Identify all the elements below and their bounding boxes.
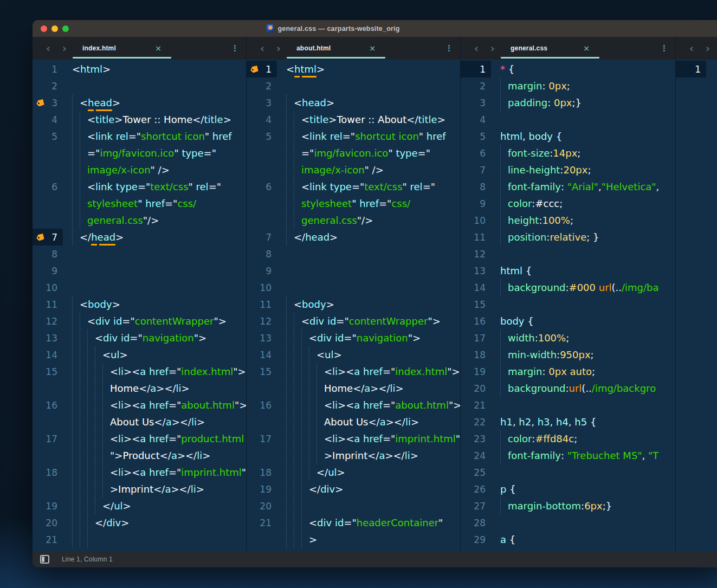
code-token: ul bbox=[111, 349, 119, 360]
indent-guide bbox=[72, 161, 80, 178]
code-token: > bbox=[182, 383, 190, 394]
more-options-icon[interactable]: ⋮ bbox=[231, 44, 239, 53]
code-line: image/x-icon" /> bbox=[277, 161, 460, 178]
code-token: auto bbox=[570, 366, 592, 377]
code-row: 11position:relative; } bbox=[461, 229, 675, 245]
indent-guide bbox=[309, 346, 316, 363]
indent-guide bbox=[500, 380, 508, 397]
chevron-left-icon[interactable]: ‹ bbox=[43, 43, 53, 54]
indent-guide bbox=[87, 363, 95, 380]
code-line: <div id="headerContainer" bbox=[277, 514, 460, 531]
indent-guide bbox=[87, 531, 95, 548]
chevron-right-icon[interactable]: › bbox=[60, 43, 69, 54]
indent-guide bbox=[87, 380, 95, 397]
code-token: < bbox=[301, 315, 309, 327]
code-token: li bbox=[405, 450, 410, 461]
line-number: 24 bbox=[461, 447, 491, 464]
chevron-right-icon[interactable]: › bbox=[274, 43, 283, 54]
code-token: url bbox=[569, 383, 582, 394]
code-token: body bbox=[88, 299, 112, 310]
close-tab-icon[interactable]: × bbox=[155, 44, 162, 53]
indent-guide bbox=[286, 464, 294, 481]
close-window-button[interactable] bbox=[41, 25, 47, 32]
chevron-right-icon[interactable]: › bbox=[703, 43, 713, 54]
code-token: a bbox=[379, 450, 385, 461]
chevron-left-icon[interactable]: ‹ bbox=[687, 43, 696, 54]
code-token: navigation bbox=[143, 332, 194, 344]
chevron-left-icon[interactable]: ‹ bbox=[471, 43, 481, 54]
code-line: html, body { bbox=[491, 128, 675, 145]
indent-guide bbox=[294, 447, 301, 464]
code-token: head bbox=[91, 231, 115, 243]
chevron-left-icon[interactable]: ‹ bbox=[257, 43, 267, 54]
code-line: <ul> bbox=[63, 346, 246, 363]
code-token: ;} bbox=[603, 500, 612, 512]
code-token: id bbox=[121, 332, 130, 344]
code-row: 17<li><a href="product.html bbox=[33, 430, 246, 447]
code-row: ="img/favicon.ico" type=" bbox=[247, 145, 460, 161]
indent-guide bbox=[80, 430, 87, 447]
code-token: < bbox=[309, 332, 317, 344]
code-token: </ bbox=[80, 231, 91, 243]
indent-guide bbox=[72, 430, 80, 447]
indent-guide bbox=[286, 145, 294, 161]
code-token: a bbox=[380, 416, 386, 428]
code-row: 1* { bbox=[461, 61, 675, 77]
code-token: li bbox=[390, 383, 396, 394]
code-editor[interactable]: 1* {2margin: 0px;3padding: 0px;}45html, … bbox=[461, 60, 675, 551]
more-options-icon[interactable]: ⋮ bbox=[660, 44, 668, 53]
code-token: < bbox=[87, 181, 95, 192]
code-row: 14background:#000 url(../img/ba bbox=[461, 279, 675, 296]
code-editor[interactable]: 1<html>23<head>4<title>Tower :: About</t… bbox=[247, 60, 460, 551]
close-tab-icon[interactable]: × bbox=[583, 44, 590, 53]
code-token: headerContainer bbox=[357, 517, 438, 528]
code-token: (.. bbox=[582, 383, 591, 394]
line-number: 6 bbox=[461, 145, 491, 161]
code-token: </ bbox=[353, 383, 364, 394]
indent-guide bbox=[500, 447, 508, 464]
line-number: 20 bbox=[33, 514, 63, 531]
code-token: , bbox=[550, 416, 556, 428]
indent-guide bbox=[72, 195, 80, 212]
tab-general.css[interactable]: general.css× bbox=[501, 37, 599, 60]
code-token: { bbox=[506, 534, 515, 545]
line-number: 23 bbox=[461, 430, 491, 447]
line-number bbox=[247, 531, 277, 548]
code-line: <div id="navigation"> bbox=[277, 329, 460, 346]
code-row: 16body { bbox=[461, 313, 675, 329]
code-token: li bbox=[118, 366, 124, 377]
chevron-right-icon[interactable]: › bbox=[488, 43, 498, 54]
code-row: 11<body> bbox=[247, 296, 460, 313]
code-token: { bbox=[587, 416, 596, 428]
zoom-window-button[interactable] bbox=[62, 25, 69, 32]
code-token: { bbox=[525, 315, 534, 327]
more-options-icon[interactable]: ⋮ bbox=[445, 44, 453, 53]
line-number bbox=[247, 413, 277, 430]
code-editor[interactable]: 1 bbox=[676, 60, 717, 551]
code-row: Home</a></li> bbox=[247, 380, 460, 397]
code-token: "> bbox=[194, 332, 206, 344]
line-number: 16 bbox=[247, 397, 277, 413]
line-number: 13 bbox=[33, 329, 63, 346]
tab-about.html[interactable]: about.html× bbox=[287, 37, 385, 60]
code-token: =" bbox=[87, 147, 100, 159]
tab-bar: ‹›index.html×⋮ bbox=[33, 37, 246, 60]
code-token: " bbox=[456, 433, 460, 444]
code-token: href bbox=[145, 198, 165, 209]
line-number bbox=[33, 195, 63, 212]
close-tab-icon[interactable]: × bbox=[369, 44, 376, 53]
code-line: <title>Tower :: Home</title> bbox=[63, 111, 246, 128]
tab-index.html[interactable]: index.html× bbox=[73, 37, 171, 60]
code-row: 23color:#ffd84c; bbox=[461, 430, 675, 447]
sidebar-toggle-icon[interactable] bbox=[40, 555, 49, 564]
code-row: 21 bbox=[33, 531, 246, 548]
code-line: > bbox=[277, 531, 460, 548]
code-token: , bbox=[531, 416, 537, 428]
indent-guide bbox=[102, 397, 110, 413]
code-token: " /> bbox=[365, 164, 384, 176]
code-row: 3padding: 0px;} bbox=[461, 94, 675, 111]
minimize-window-button[interactable] bbox=[51, 25, 58, 32]
code-token: " bbox=[242, 467, 246, 478]
code-line bbox=[63, 279, 246, 296]
code-editor[interactable]: 1<html>23<head>4<title>Tower :: Home</ti… bbox=[33, 60, 246, 551]
